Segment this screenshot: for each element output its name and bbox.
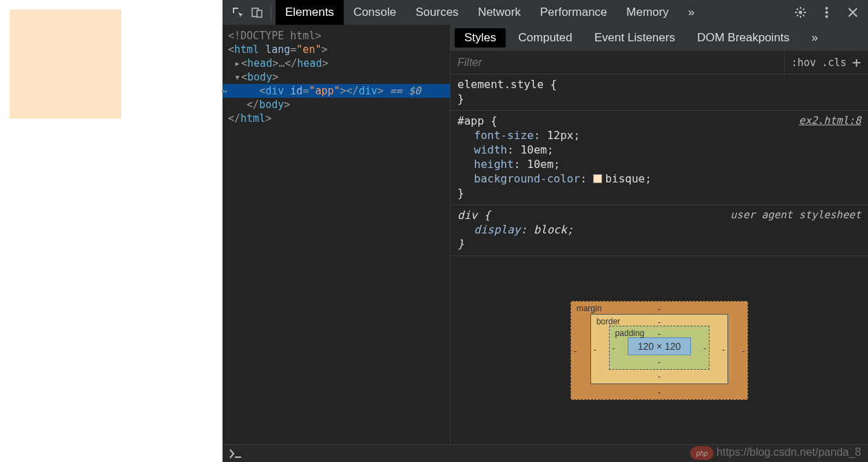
bm-margin-label: margin — [577, 304, 602, 313]
rule-source-ua: user agent stylesheet — [730, 208, 861, 222]
bm-padding-label: padding — [615, 328, 645, 338]
styles-filter-row: :hov .cls + — [451, 51, 868, 74]
bm-border-label: border — [597, 317, 621, 326]
svg-rect-1 — [257, 10, 262, 17]
styles-tab-listeners[interactable]: Event Listeners — [585, 28, 685, 48]
dom-html-open[interactable]: <html lang="en"> — [223, 43, 450, 56]
devtools-body: <!DOCTYPE html> <html lang="en"> ▸<head>… — [223, 25, 868, 444]
elements-tree[interactable]: <!DOCTYPE html> <html lang="en"> ▸<head>… — [223, 25, 450, 444]
tab-network[interactable]: Network — [468, 0, 530, 25]
rule-app[interactable]: ex2.html:8 #app { font-size: 12px; width… — [451, 111, 868, 205]
tab-console[interactable]: Console — [344, 0, 406, 25]
rule-div-ua[interactable]: user agent stylesheet div { display: blo… — [451, 205, 868, 256]
styles-tabs: Styles Computed Event Listeners DOM Brea… — [451, 25, 868, 51]
tab-memory[interactable]: Memory — [617, 0, 678, 25]
styles-tab-styles[interactable]: Styles — [455, 28, 506, 48]
cls-toggle[interactable]: .cls — [822, 56, 847, 69]
kebab-icon[interactable] — [817, 3, 836, 22]
box-model-content[interactable]: 120 × 120 — [628, 337, 692, 355]
breakpoint-dots-icon: ⋯ — [221, 84, 226, 98]
styles-tab-computed[interactable]: Computed — [508, 28, 581, 48]
devtools-toolbar: Elements Console Sources Network Perform… — [223, 0, 868, 25]
styles-tab-breakpoints[interactable]: DOM Breakpoints — [688, 28, 799, 48]
dom-html-close[interactable]: </html> — [223, 112, 450, 125]
dom-body-open[interactable]: ▾<body> — [223, 70, 450, 84]
svg-point-5 — [825, 15, 828, 18]
rule-close: } — [457, 237, 861, 251]
rule-element-style[interactable]: element.style { } — [451, 74, 868, 111]
device-toggle-icon[interactable] — [247, 3, 267, 22]
rule-close: } — [457, 92, 861, 106]
rule-selector: element.style { — [457, 77, 861, 92]
php-logo-icon: php — [690, 446, 714, 460]
tab-elements[interactable]: Elements — [276, 0, 344, 25]
dom-body-close[interactable]: </body> — [223, 98, 450, 112]
box-model-border[interactable]: border - - - - padding - - - - 120 × 120 — [590, 314, 729, 384]
rule-close: } — [457, 186, 861, 200]
dom-selected-div[interactable]: ⋯ <div id="app"></div> == $0 — [223, 84, 450, 98]
rendered-page — [0, 0, 223, 462]
svg-point-3 — [825, 7, 828, 10]
color-swatch-icon[interactable] — [593, 174, 602, 183]
close-icon[interactable] — [843, 3, 862, 22]
rule-source-link[interactable]: ex2.html:8 — [799, 114, 861, 128]
box-model-padding[interactable]: padding - - - - 120 × 120 — [609, 326, 710, 370]
new-style-rule-icon[interactable]: + — [852, 54, 861, 71]
inspect-icon[interactable] — [228, 3, 247, 22]
tab-more[interactable]: » — [679, 0, 704, 25]
dom-head[interactable]: ▸<head>…</head> — [223, 56, 450, 70]
styles-filter-input[interactable] — [451, 56, 784, 69]
styles-panel: Styles Computed Event Listeners DOM Brea… — [450, 25, 868, 444]
watermark: phphttps://blog.csdn.net/panda_8 — [690, 446, 861, 460]
svg-point-4 — [825, 11, 828, 14]
toolbar-right — [791, 3, 862, 22]
styles-tab-more[interactable]: » — [802, 28, 827, 48]
tab-sources[interactable]: Sources — [406, 0, 468, 25]
box-model: margin - - - - border - - - - padding - — [451, 256, 868, 444]
svg-point-2 — [799, 11, 803, 14]
styles-filter-controls: :hov .cls + — [784, 51, 869, 74]
devtools: Elements Console Sources Network Perform… — [223, 0, 868, 462]
toolbar-divider — [271, 5, 271, 20]
main-tabs: Elements Console Sources Network Perform… — [276, 0, 791, 25]
tab-performance[interactable]: Performance — [530, 0, 617, 25]
box-model-margin[interactable]: margin - - - - border - - - - padding - — [570, 301, 749, 400]
app-div — [10, 10, 121, 118]
settings-icon[interactable] — [791, 3, 810, 22]
dom-doctype[interactable]: <!DOCTYPE html> — [223, 29, 450, 43]
hov-toggle[interactable]: :hov — [792, 56, 816, 69]
console-drawer-toggle-icon[interactable] — [223, 449, 249, 459]
